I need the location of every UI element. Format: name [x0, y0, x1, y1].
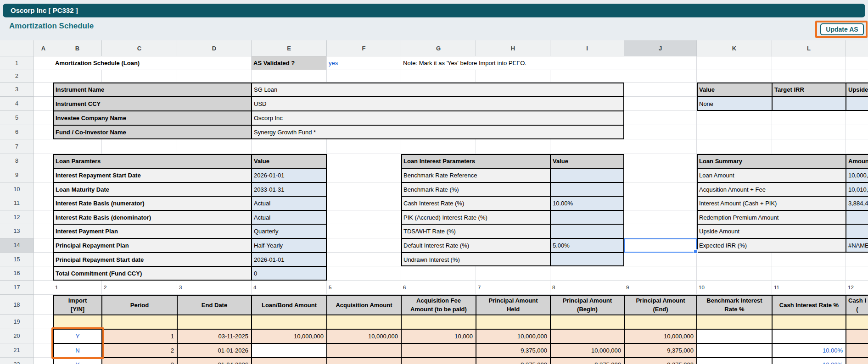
cell-I19[interactable] [550, 315, 624, 329]
cell-G22-acquisition_fee[interactable] [401, 358, 476, 364]
row-header-1[interactable]: 1 [0, 56, 34, 70]
cell-F10[interactable] [327, 182, 401, 196]
cell-B17-col-number[interactable]: 1 [53, 281, 102, 295]
cell-A21[interactable] [34, 343, 53, 358]
cell-E8-value-header[interactable]: Value [252, 154, 327, 168]
update-as-button[interactable]: Update AS [820, 23, 864, 35]
cell-I2[interactable] [550, 70, 624, 83]
cell-B13-label[interactable]: Interest Payment Plan [53, 224, 252, 238]
cell-B8-loan-parameters-title[interactable]: Loan Paramters [53, 154, 252, 168]
cell-H2[interactable] [476, 70, 550, 83]
cell-A7[interactable] [34, 139, 53, 154]
cell-J17-col-number[interactable]: 9 [624, 281, 697, 295]
cell-L2[interactable] [772, 70, 846, 83]
cell-I22-principal_begin[interactable]: 9,375,000 [550, 358, 624, 364]
cell-M20-cash_interest_amount[interactable] [846, 329, 868, 343]
cell-M12-value[interactable] [846, 210, 868, 224]
cell-D7[interactable] [177, 139, 252, 154]
cell-F2[interactable] [327, 70, 401, 83]
cell-A5[interactable] [34, 111, 53, 125]
cell-M3-header[interactable]: Upside [846, 83, 868, 97]
cell-D2[interactable] [177, 70, 252, 83]
cell-B14-label[interactable]: Principal Repayment Plan [53, 238, 252, 253]
cell-E9-value[interactable]: 2026-01-01 [252, 168, 327, 182]
cell-B2[interactable] [53, 70, 102, 83]
cell-C21-period[interactable]: 2 [102, 343, 177, 358]
cell-E18-schedule-header[interactable]: Loan/Bond Amount [252, 295, 327, 315]
row-header-2[interactable]: 2 [0, 70, 34, 83]
cell-J6[interactable] [624, 125, 697, 139]
cell-K5[interactable] [697, 111, 772, 125]
cell-K22-benchmark_rate[interactable] [697, 358, 772, 364]
cell-B9-label[interactable]: Interest Repayment Start Date [53, 168, 252, 182]
cell-L18-schedule-header[interactable]: Cash Interest Rate % [772, 295, 846, 315]
cell-G14-label[interactable]: Default Interest Rate (%) [401, 238, 550, 253]
cell-I11-value[interactable]: 10.00% [550, 196, 624, 210]
cell-E6-value[interactable]: Synergy Growth Fund * [252, 125, 624, 139]
cell-G15-label[interactable]: Undrawn Interest (%) [401, 253, 550, 266]
cell-G2[interactable] [401, 70, 476, 83]
cell-J10[interactable] [624, 182, 697, 196]
cell-C22-period[interactable]: 3 [102, 358, 177, 364]
cell-M8-amount-header[interactable]: Amount [846, 154, 868, 168]
cell-A22[interactable] [34, 358, 53, 364]
cell-I12-value[interactable] [550, 210, 624, 224]
cell-I20-principal_begin[interactable] [550, 329, 624, 343]
row-header-14[interactable]: 14 [0, 238, 34, 253]
cell-E13-value[interactable]: Quarterly [252, 224, 327, 238]
cell-K8-loan-summary-title[interactable]: Loan Summary [697, 154, 846, 168]
cell-K13-label[interactable]: Upside Amount [697, 224, 846, 238]
cell-B5-label[interactable]: Investee Company Name [53, 111, 252, 125]
cell-F9[interactable] [327, 168, 401, 182]
cell-K3-header[interactable]: Value [697, 83, 772, 97]
cell-G19[interactable] [401, 315, 476, 329]
cell-C7[interactable] [102, 139, 177, 154]
cell-M6[interactable] [846, 125, 868, 139]
column-header-F[interactable]: F [327, 40, 401, 56]
cell-D22-end_date[interactable]: 01-04-2026 [177, 358, 252, 364]
cell-B4-label[interactable]: Instrument CCY [53, 97, 252, 111]
row-header-10[interactable]: 10 [0, 182, 34, 196]
cell-K4-value[interactable]: None [697, 97, 772, 111]
cell-E19[interactable] [252, 315, 327, 329]
cell-A11[interactable] [34, 196, 53, 210]
cell-K18-schedule-header[interactable]: Benchmark InterestRate % [697, 295, 772, 315]
cell-D18-schedule-header[interactable]: End Date [177, 295, 252, 315]
cell-E15-value[interactable]: 2026-01-01 [252, 253, 327, 266]
cell-J18-schedule-header[interactable]: Principal Amount(End) [624, 295, 697, 315]
cell-L3-header[interactable]: Target IRR [772, 83, 846, 97]
column-header-L[interactable]: L [772, 40, 846, 56]
cell-F14[interactable] [327, 238, 401, 253]
cell-B15-label[interactable]: Principal Repayment Start date [53, 253, 252, 266]
cell-L1[interactable] [772, 56, 846, 70]
cell-A20[interactable] [34, 329, 53, 343]
cell-E7[interactable] [252, 139, 327, 154]
cell-C2[interactable] [102, 70, 177, 83]
cell-J8[interactable] [624, 154, 697, 168]
cell-E21-loan_bond_amount[interactable] [252, 343, 327, 358]
cell-I13-value[interactable] [550, 224, 624, 238]
cell-G1-note[interactable]: Note: Mark it as 'Yes' before Import int… [401, 56, 624, 70]
cell-L5[interactable] [772, 111, 846, 125]
cell-L22-cash_interest_rate[interactable]: 10.00% [772, 358, 846, 364]
cell-E4-value[interactable]: USD [252, 97, 624, 111]
cell-M7[interactable] [846, 139, 868, 154]
cell-F1-as-validated-value[interactable]: yes [327, 56, 401, 70]
cell-L17-col-number[interactable]: 11 [772, 281, 846, 295]
cell-H16[interactable] [476, 266, 550, 281]
row-header-19[interactable]: 19 [0, 315, 34, 329]
cell-E14-value[interactable]: Half-Yearly [252, 238, 327, 253]
cell-C17-col-number[interactable]: 2 [102, 281, 177, 295]
cell-L21-cash_interest_rate[interactable]: 10.00% [772, 343, 846, 358]
column-header-G[interactable]: G [401, 40, 476, 56]
cell-H7[interactable] [476, 139, 550, 154]
cell-K15[interactable] [697, 253, 772, 266]
row-header-6[interactable]: 6 [0, 125, 34, 139]
cell-J16[interactable] [624, 266, 697, 281]
cell-E17-col-number[interactable]: 4 [252, 281, 327, 295]
cell-L7[interactable] [772, 139, 846, 154]
cell-M22-cash_interest_amount[interactable] [846, 358, 868, 364]
cell-K12-label[interactable]: Redemption Premium Amount [697, 210, 846, 224]
column-header-A[interactable]: A [34, 40, 53, 56]
cell-K7[interactable] [697, 139, 772, 154]
